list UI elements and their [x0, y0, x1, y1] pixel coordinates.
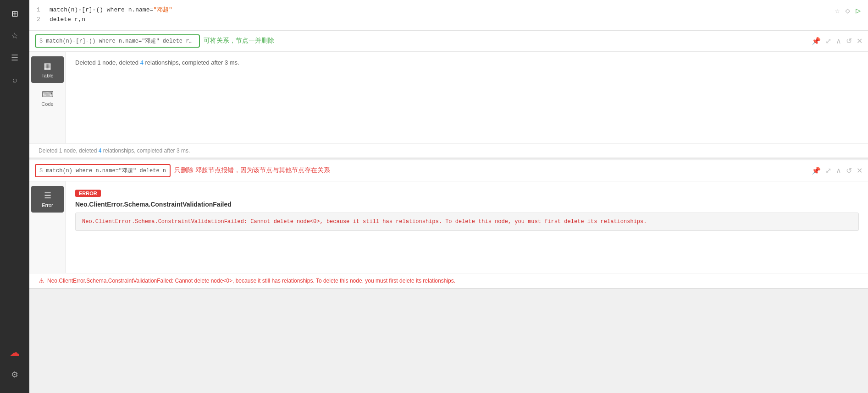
refresh-icon-1[interactable]: ↺: [846, 37, 852, 45]
query-annotation-1: 可将关系，节点一并删除: [204, 37, 808, 45]
query-text-2: match(n) where n.name="邓超" delete n: [46, 168, 166, 174]
pin-icon-1[interactable]: 📌: [812, 37, 821, 45]
save-icon[interactable]: ◇: [845, 5, 850, 16]
grid-icon[interactable]: ⊞: [6, 5, 24, 23]
result-content-1: Deleted 1 node, deleted 4 relationships,…: [66, 52, 868, 143]
error-status-text-2: Neo.ClientError.Schema.ConstraintValidat…: [47, 278, 455, 284]
close-icon-1[interactable]: ✕: [857, 37, 862, 45]
error-status-bar-2: ⚠ Neo.ClientError.Schema.ConstraintValid…: [29, 273, 868, 288]
expand-icon-1[interactable]: ⤢: [825, 37, 831, 45]
query-bar-actions-1: 📌 ⤢ ∧ ↺ ✕: [812, 37, 862, 45]
error-badge-2: ERROR: [75, 190, 101, 197]
query-display-2: S match(n) where n.name="邓超" delete n: [35, 164, 171, 177]
close-icon-2[interactable]: ✕: [857, 166, 862, 175]
star-icon[interactable]: ☆: [6, 27, 24, 45]
tab-label-code-1: Code: [41, 101, 53, 107]
result-body-1: ▦ Table ⌨ Code Deleted 1 node, deleted 4…: [29, 52, 868, 143]
tab-table-1[interactable]: ▦ Table: [31, 56, 64, 83]
error-content-2: ERROR Neo.ClientError.Schema.ConstraintV…: [66, 181, 868, 273]
pin-icon-2[interactable]: 📌: [812, 166, 821, 175]
result-panel-2: S match(n) where n.name="邓超" delete n 只删…: [29, 160, 868, 289]
result-text-1: Deleted 1 node, deleted 4 relationships,…: [75, 59, 859, 66]
tab-label-error-2: Error: [42, 202, 53, 208]
collapse-icon-1[interactable]: ∧: [836, 37, 841, 45]
code-text-2: delete r,n: [50, 15, 85, 25]
collapse-icon-2[interactable]: ∧: [836, 166, 841, 175]
settings-icon[interactable]: ⚙: [6, 366, 24, 384]
code-editor: 1 match(n)-[r]-() where n.name="邓超" 2 de…: [29, 0, 868, 31]
code-icon-1: ⌨: [42, 89, 54, 99]
code-top-icons: ☆ ◇ ▷: [835, 5, 861, 16]
expand-icon-2[interactable]: ⤢: [825, 166, 831, 175]
cloud-icon[interactable]: ☁: [6, 344, 24, 362]
status-highlight-1: 4: [99, 147, 102, 154]
warning-icon-2: ⚠: [39, 277, 44, 284]
error-icon-2: ☰: [44, 191, 51, 201]
code-text-1: match(n)-[r]-() where n.name="邓超": [50, 5, 172, 15]
sidebar: ⊞ ☆ ☰ ⌕ ☁ ⚙: [0, 0, 29, 393]
query-bar-1: S match(n)-[r]-() where n.name="邓超" dele…: [29, 31, 868, 52]
query-display-1: S match(n)-[r]-() where n.name="邓超" dele…: [35, 34, 200, 48]
code-line-2: 2 delete r,n: [37, 15, 861, 25]
favorite-icon[interactable]: ☆: [835, 5, 840, 16]
tab-error-2[interactable]: ☰ Error: [31, 186, 64, 213]
result-panel-1: S match(n)-[r]-() where n.name="邓超" dele…: [29, 31, 868, 158]
result-body-2: ☰ Error ERROR Neo.ClientError.Schema.Con…: [29, 181, 868, 273]
error-title-2: Neo.ClientError.Schema.ConstraintValidat…: [75, 201, 859, 208]
document-icon[interactable]: ☰: [6, 49, 24, 67]
tab-code-1[interactable]: ⌨ Code: [31, 85, 64, 111]
side-tabs-2: ☰ Error: [29, 181, 66, 273]
code-line-1: 1 match(n)-[r]-() where n.name="邓超": [37, 5, 861, 15]
tab-label-table-1: Table: [41, 73, 53, 78]
highlight-count-1: 4: [140, 59, 144, 66]
line-number-1: 1: [37, 5, 44, 15]
query-bar-actions-2: 📌 ⤢ ∧ ↺ ✕: [812, 166, 862, 175]
refresh-icon-2[interactable]: ↺: [846, 166, 852, 175]
error-code-block-2: Neo.ClientError.Schema.ConstraintValidat…: [75, 213, 859, 231]
side-tabs-1: ▦ Table ⌨ Code: [29, 52, 66, 143]
status-bar-1: Deleted 1 node, deleted 4 relationships,…: [29, 143, 868, 158]
main-content: 1 match(n)-[r]-() where n.name="邓超" 2 de…: [29, 0, 868, 393]
table-icon-1: ▦: [44, 61, 51, 71]
query-text-1: match(n)-[r]-() where n.name="邓超" delete…: [46, 38, 195, 44]
search-icon[interactable]: ⌕: [6, 71, 24, 89]
run-icon[interactable]: ▷: [856, 5, 861, 16]
query-annotation-2: 只删除 邓超节点报错，因为该节点与其他节点存在关系: [174, 166, 808, 175]
line-number-2: 2: [37, 15, 44, 25]
query-bar-2: S match(n) where n.name="邓超" delete n 只删…: [29, 160, 868, 181]
